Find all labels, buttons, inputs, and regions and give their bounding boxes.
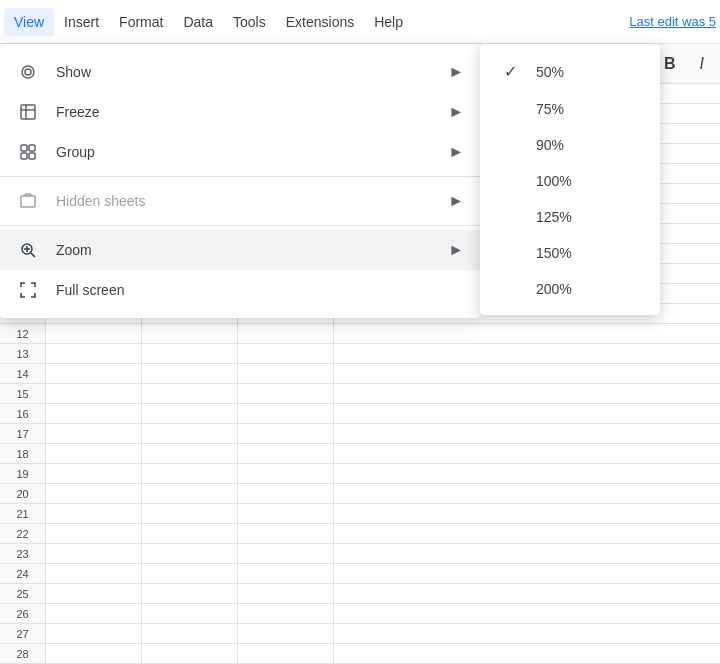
grid-cell[interactable] — [46, 564, 142, 583]
grid-row: 13 — [0, 344, 720, 364]
menu-item-zoom[interactable]: Zoom► — [0, 230, 480, 270]
row-number: 14 — [0, 364, 46, 383]
menu-help[interactable]: Help — [364, 8, 413, 36]
grid-cell[interactable] — [46, 644, 142, 663]
grid-cell[interactable] — [46, 344, 142, 363]
grid-row: 17 — [0, 424, 720, 444]
grid-row: 14 — [0, 364, 720, 384]
zoom-option-150%[interactable]: 150% — [480, 235, 660, 271]
grid-cell[interactable] — [46, 444, 142, 463]
zoom-option-125%[interactable]: 125% — [480, 199, 660, 235]
zoom-option-90%[interactable]: 90% — [480, 127, 660, 163]
zoom-option-200%[interactable]: 200% — [480, 271, 660, 307]
row-number: 24 — [0, 564, 46, 583]
menu-item-fullscreen[interactable]: Full screen — [0, 270, 480, 310]
grid-cell[interactable] — [46, 484, 142, 503]
grid-cell[interactable] — [238, 644, 334, 663]
grid-cell[interactable] — [142, 464, 238, 483]
grid-cell[interactable] — [142, 484, 238, 503]
zoom-option-label: 125% — [536, 209, 572, 225]
grid-cell[interactable] — [238, 624, 334, 643]
row-number: 12 — [0, 324, 46, 343]
grid-cell[interactable] — [46, 384, 142, 403]
menu-insert[interactable]: Insert — [54, 8, 109, 36]
grid-row: 27 — [0, 624, 720, 644]
svg-point-1 — [25, 69, 31, 75]
zoom-option-50%[interactable]: ✓50% — [480, 52, 660, 91]
grid-cell[interactable] — [46, 504, 142, 523]
menu-label-freeze: Freeze — [56, 104, 448, 120]
grid-cell[interactable] — [142, 604, 238, 623]
grid-cell[interactable] — [46, 464, 142, 483]
grid-cell[interactable] — [142, 324, 238, 343]
zoom-option-75%[interactable]: 75% — [480, 91, 660, 127]
grid-cell[interactable] — [238, 444, 334, 463]
menu-tools[interactable]: Tools — [223, 8, 276, 36]
grid-cell[interactable] — [238, 584, 334, 603]
grid-cell[interactable] — [142, 404, 238, 423]
row-number: 28 — [0, 644, 46, 663]
grid-cell[interactable] — [142, 344, 238, 363]
grid-cell[interactable] — [238, 344, 334, 363]
grid-cell[interactable] — [46, 544, 142, 563]
menu-label-hidden_sheets: Hidden sheets — [56, 193, 448, 209]
grid-cell[interactable] — [46, 364, 142, 383]
grid-cell[interactable] — [238, 564, 334, 583]
grid-cell[interactable] — [46, 604, 142, 623]
grid-row: 22 — [0, 524, 720, 544]
grid-cell[interactable] — [238, 384, 334, 403]
grid-cell[interactable] — [238, 464, 334, 483]
grid-cell[interactable] — [46, 624, 142, 643]
grid-cell[interactable] — [46, 404, 142, 423]
grid-cell[interactable] — [142, 504, 238, 523]
menu-item-show[interactable]: Show► — [0, 52, 480, 92]
zoom-submenu: ✓50%75%90%100%125%150%200% — [480, 44, 660, 315]
menu-item-freeze[interactable]: Freeze► — [0, 92, 480, 132]
grid-cell[interactable] — [142, 564, 238, 583]
grid-cell[interactable] — [142, 444, 238, 463]
grid-cell[interactable] — [238, 424, 334, 443]
grid-row: 24 — [0, 564, 720, 584]
zoom-option-label: 100% — [536, 173, 572, 189]
menu-item-group[interactable]: Group► — [0, 132, 480, 172]
grid-row: 20 — [0, 484, 720, 504]
bold-button[interactable]: B — [656, 51, 684, 77]
submenu-arrow-icon: ► — [448, 241, 464, 259]
grid-cell[interactable] — [238, 604, 334, 623]
grid-cell[interactable] — [142, 584, 238, 603]
grid-cell[interactable] — [142, 384, 238, 403]
menu-bar: View Insert Format Data Tools Extensions… — [0, 0, 720, 44]
grid-cell[interactable] — [142, 544, 238, 563]
grid-row: 21 — [0, 504, 720, 524]
grid-cell[interactable] — [46, 424, 142, 443]
fullscreen-icon — [16, 281, 40, 299]
row-number: 20 — [0, 484, 46, 503]
italic-button[interactable]: I — [692, 51, 712, 77]
grid-cell[interactable] — [238, 364, 334, 383]
grid-cell[interactable] — [142, 364, 238, 383]
grid-cell[interactable] — [142, 424, 238, 443]
eye-icon — [16, 63, 40, 81]
zoom-option-100%[interactable]: 100% — [480, 163, 660, 199]
grid-cell[interactable] — [142, 624, 238, 643]
menu-separator — [0, 176, 480, 177]
grid-cell[interactable] — [238, 504, 334, 523]
menu-format[interactable]: Format — [109, 8, 173, 36]
menu-extensions[interactable]: Extensions — [276, 8, 364, 36]
grid-cell[interactable] — [142, 644, 238, 663]
grid-cell[interactable] — [46, 324, 142, 343]
grid-cell[interactable] — [238, 404, 334, 423]
grid-cell[interactable] — [46, 524, 142, 543]
grid-cell[interactable] — [142, 524, 238, 543]
last-edit-link[interactable]: Last edit was 5 — [629, 14, 716, 29]
grid-cell[interactable] — [238, 524, 334, 543]
svg-rect-5 — [21, 145, 27, 151]
grid-cell[interactable] — [238, 484, 334, 503]
menu-view[interactable]: View — [4, 8, 54, 36]
grid-cell[interactable] — [238, 324, 334, 343]
grid-cell[interactable] — [46, 584, 142, 603]
grid-cell[interactable] — [238, 544, 334, 563]
menu-data[interactable]: Data — [173, 8, 223, 36]
row-number: 15 — [0, 384, 46, 403]
menu-label-show: Show — [56, 64, 448, 80]
